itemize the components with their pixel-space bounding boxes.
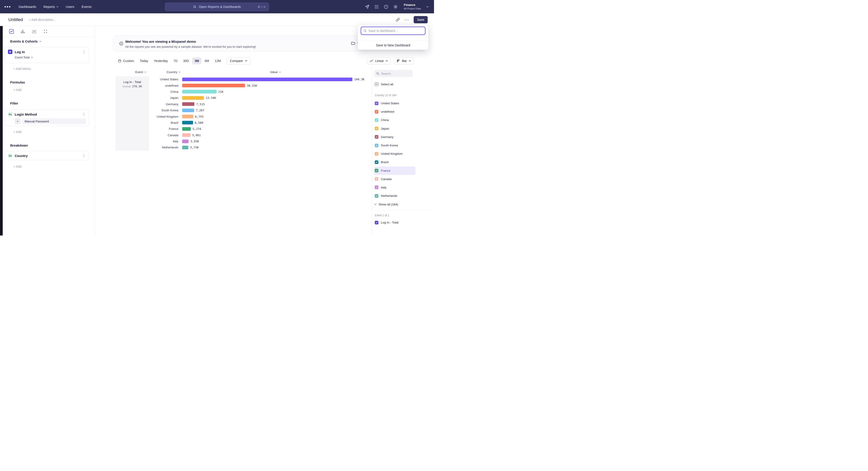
bar-brazil[interactable] bbox=[182, 121, 193, 124]
range-3m-button-selected[interactable]: 3M bbox=[192, 57, 202, 64]
range-today-button[interactable]: Today bbox=[137, 57, 151, 64]
select-all-row[interactable]: Select all bbox=[374, 82, 415, 86]
filter-operator[interactable]: = bbox=[15, 118, 21, 124]
breakdown-property-name[interactable]: Country bbox=[15, 154, 79, 158]
help-icon[interactable]: ? bbox=[384, 4, 388, 9]
apps-grid-icon[interactable] bbox=[374, 4, 379, 9]
filter-item-canada[interactable]: Canada bbox=[374, 175, 415, 183]
filter-card[interactable]: Aa Login Method ⋮ = bbox=[5, 110, 89, 126]
checkbox-united-kingdom[interactable] bbox=[375, 152, 378, 156]
kebab-menu-icon[interactable]: ⋮ bbox=[82, 154, 86, 157]
bar-south-korea[interactable] bbox=[182, 109, 194, 112]
checkbox-south-korea[interactable] bbox=[375, 144, 378, 147]
range-30d-button[interactable]: 30D bbox=[181, 57, 191, 64]
scale-dropdown[interactable]: Linear bbox=[367, 57, 391, 64]
filter-item-italy[interactable]: Italy bbox=[374, 183, 415, 192]
select-all-checkbox[interactable] bbox=[375, 82, 378, 86]
bar-italy[interactable] bbox=[182, 140, 188, 143]
checkbox-china[interactable] bbox=[375, 118, 378, 122]
settings-gear-icon[interactable] bbox=[393, 4, 398, 9]
filter-item-germany[interactable]: Germany bbox=[374, 133, 415, 141]
events-section-header[interactable]: Events & Cohorts bbox=[10, 39, 41, 43]
save-to-new-dashboard-option[interactable]: Save to New Dashboard bbox=[358, 40, 428, 50]
bar-netherlands[interactable] bbox=[182, 146, 188, 149]
bar-germany[interactable] bbox=[182, 102, 194, 106]
checkbox-france[interactable] bbox=[375, 169, 378, 172]
show-all-button[interactable]: Show all (184) bbox=[374, 200, 415, 209]
dashboard-search-input[interactable] bbox=[368, 29, 423, 33]
kebab-menu-icon[interactable]: ⋮ bbox=[82, 50, 86, 54]
checkbox-japan[interactable] bbox=[375, 127, 378, 130]
column-header-country[interactable]: Country bbox=[161, 70, 186, 74]
kebab-menu-icon[interactable]: ⋮ bbox=[82, 112, 86, 116]
bar-france[interactable] bbox=[182, 127, 191, 131]
tab-flow-chart-icon[interactable] bbox=[32, 29, 37, 34]
event-name[interactable]: Log In bbox=[15, 50, 79, 54]
bar-japan[interactable] bbox=[182, 96, 204, 100]
event-card[interactable]: A Log In ⋮ Count Total bbox=[5, 47, 89, 63]
mixpanel-logo-icon[interactable] bbox=[4, 6, 10, 7]
legend-search-input[interactable] bbox=[381, 72, 407, 75]
add-formula-button[interactable]: + Add bbox=[13, 88, 22, 92]
nav-item-events[interactable]: Events bbox=[82, 5, 92, 8]
filter-item-united-states[interactable]: United States bbox=[374, 99, 415, 108]
event-series-cell[interactable]: Log In - Total Overall 276.5K bbox=[116, 76, 149, 151]
filter-item-brazil[interactable]: Brazil bbox=[374, 158, 415, 166]
report-title[interactable]: Untitled bbox=[8, 17, 23, 22]
nav-item-reports[interactable]: Reports bbox=[43, 5, 59, 8]
column-header-event[interactable]: Event bbox=[131, 70, 151, 74]
range-7d-button[interactable]: 7D bbox=[171, 57, 180, 64]
aggregation-selector[interactable]: Count Total bbox=[15, 56, 89, 59]
copy-link-icon[interactable] bbox=[396, 18, 400, 22]
checkbox-canada[interactable] bbox=[375, 177, 378, 181]
checkbox-italy[interactable] bbox=[375, 185, 378, 189]
checkbox-brazil[interactable] bbox=[375, 160, 378, 164]
bar-china[interactable] bbox=[182, 90, 217, 93]
bar-canada[interactable] bbox=[182, 133, 191, 137]
range-12m-button[interactable]: 12M bbox=[212, 57, 223, 64]
range-yesterday-button[interactable]: Yesterday bbox=[151, 57, 170, 64]
dashboard-search-box[interactable] bbox=[361, 27, 426, 35]
checkbox-undefined[interactable] bbox=[375, 110, 378, 114]
filter-item-south-korea[interactable]: South Korea bbox=[374, 141, 415, 150]
event-legend-item[interactable]: Log In - Total bbox=[374, 218, 415, 227]
chevron-down-icon bbox=[56, 6, 59, 7]
legend-search-box[interactable] bbox=[374, 70, 413, 77]
save-button[interactable]: Save bbox=[414, 16, 428, 23]
global-search-button[interactable]: Open Reports & Dashboards ⌘ + K bbox=[165, 2, 269, 11]
filter-item-undefined[interactable]: undefined bbox=[374, 108, 415, 116]
filter-property-name[interactable]: Login Method bbox=[15, 112, 79, 116]
checkbox-united-states[interactable] bbox=[375, 101, 378, 105]
checkbox-netherlands[interactable] bbox=[375, 194, 378, 198]
filter-value-input[interactable] bbox=[22, 118, 86, 124]
add-metric-button[interactable]: + Add Metric bbox=[13, 67, 31, 70]
project-switcher[interactable]: Finance All Project Data bbox=[404, 3, 421, 10]
bar-undefined[interactable] bbox=[182, 84, 245, 87]
chart-type-dropdown[interactable]: Bar bbox=[394, 57, 414, 64]
tab-line-chart-icon[interactable] bbox=[9, 29, 14, 34]
compare-button[interactable]: Compare bbox=[227, 57, 250, 64]
add-breakdown-button[interactable]: + Add bbox=[13, 165, 22, 168]
event-item-checkbox[interactable] bbox=[375, 221, 378, 225]
tab-bar-chart-icon[interactable] bbox=[20, 29, 25, 34]
save-to-dashboard-popover: Save to New Dashboard bbox=[358, 24, 429, 50]
filter-item-japan[interactable]: Japan bbox=[374, 124, 415, 133]
bar-united-states[interactable] bbox=[182, 78, 352, 81]
filter-item-france[interactable]: France bbox=[374, 167, 415, 175]
filter-item-china[interactable]: China bbox=[374, 116, 415, 124]
filter-item-united-kingdom[interactable]: United Kingdom bbox=[374, 150, 415, 158]
filter-item-netherlands[interactable]: Netherlands bbox=[374, 192, 415, 200]
range-custom-button[interactable]: Custom bbox=[116, 57, 136, 64]
nav-item-dashboards[interactable]: Dashboards bbox=[19, 5, 36, 8]
add-description-field[interactable]: + Add description... bbox=[29, 18, 56, 22]
add-filter-button[interactable]: + Add bbox=[13, 130, 22, 134]
checkbox-germany[interactable] bbox=[375, 135, 378, 139]
range-6m-button[interactable]: 6M bbox=[202, 57, 211, 64]
tab-scatter-chart-icon[interactable] bbox=[43, 29, 48, 34]
more-options-icon[interactable]: ⋯ bbox=[404, 17, 409, 22]
nav-item-users[interactable]: Users bbox=[66, 5, 74, 8]
bar-united-kingdom[interactable] bbox=[182, 115, 193, 118]
column-header-value[interactable]: Value bbox=[263, 70, 288, 74]
breakdown-card[interactable]: Aa Country ⋮ bbox=[5, 151, 89, 160]
send-icon[interactable] bbox=[365, 4, 369, 9]
